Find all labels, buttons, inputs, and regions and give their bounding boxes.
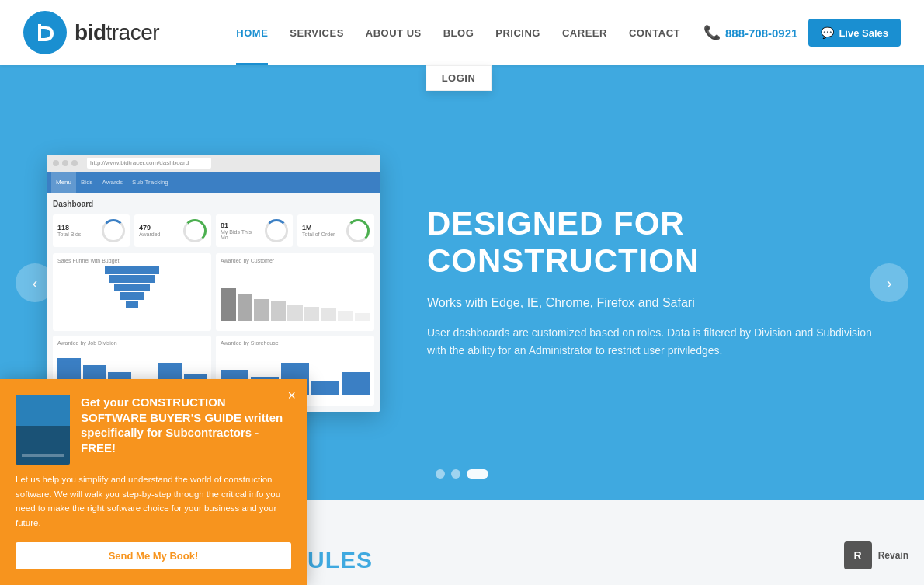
mock-tab-bids: Bids [76, 172, 98, 193]
slide-dot-3[interactable] [467, 469, 488, 479]
popup-cta-button[interactable]: Send Me My Book! [16, 542, 291, 569]
chat-icon: 💬 [821, 26, 834, 39]
next-arrow-icon: › [887, 274, 892, 292]
nav-item-career[interactable]: CAREER [551, 0, 618, 65]
popup-body: Let us help you simplify and understand … [16, 472, 291, 530]
next-slide-button[interactable]: › [870, 263, 908, 302]
header: bidtracer HOME SERVICES ABOUT US BLOG Lo… [0, 0, 924, 65]
slide-dot-2[interactable] [451, 469, 460, 479]
revain-label: Revain [878, 550, 908, 561]
hero-description: User dashboards are customized based on … [427, 324, 877, 361]
mock-tab-awards: Awards [98, 172, 128, 193]
main-nav: HOME SERVICES ABOUT US BLOG Login PRICIN… [225, 0, 691, 65]
dashboard-mockup: http://www.bidtracer.com/dashboard Menu … [47, 155, 380, 412]
nav-item-services[interactable]: SERVICES [279, 0, 355, 65]
logo-text: bidtracer [75, 20, 159, 45]
mock-tab-tracking: Sub Tracking [127, 172, 173, 193]
mock-tab-menu: Menu [51, 172, 76, 193]
hero-text: DESIGNED FOR CONSTRUCTION Works with Edg… [427, 205, 877, 360]
phone-wrap: 📞 888-708-0921 [703, 24, 797, 41]
popup: × Get your CONSTRUCTION SOFTWARE BUYER'S… [0, 379, 307, 585]
popup-book-image [16, 395, 70, 465]
phone-number[interactable]: 888-708-0921 [725, 26, 797, 40]
hero-subtitle: Works with Edge, IE, Chrome, Firefox and… [427, 296, 877, 310]
hero-title: DESIGNED FOR CONSTRUCTION [427, 205, 877, 280]
nav-item-pricing[interactable]: PRICING [485, 0, 551, 65]
blog-dropdown[interactable]: Login [426, 65, 492, 91]
live-sales-button[interactable]: 💬 Live Sales [808, 19, 901, 47]
nav-item-contact[interactable]: CONTACT [618, 0, 691, 65]
revain-icon: R [844, 541, 872, 569]
nav-item-about-us[interactable]: ABOUT US [355, 0, 432, 65]
logo-icon [23, 11, 67, 54]
nav-item-home[interactable]: HOME [225, 0, 279, 65]
phone-icon: 📞 [703, 24, 721, 41]
slide-dots [436, 469, 488, 479]
slide-dot-1[interactable] [436, 469, 445, 479]
hero-image: http://www.bidtracer.com/dashboard Menu … [47, 155, 380, 412]
nav-item-blog[interactable]: BLOG Login [432, 0, 485, 65]
revain-badge: R Revain [844, 541, 908, 569]
logo[interactable]: bidtracer [23, 11, 159, 54]
popup-content: Get your CONSTRUCTION SOFTWARE BUYER'S G… [81, 395, 291, 458]
popup-close-button[interactable]: × [287, 388, 296, 402]
prev-arrow-icon: ‹ [33, 274, 38, 292]
popup-headline: Get your CONSTRUCTION SOFTWARE BUYER'S G… [81, 395, 291, 455]
